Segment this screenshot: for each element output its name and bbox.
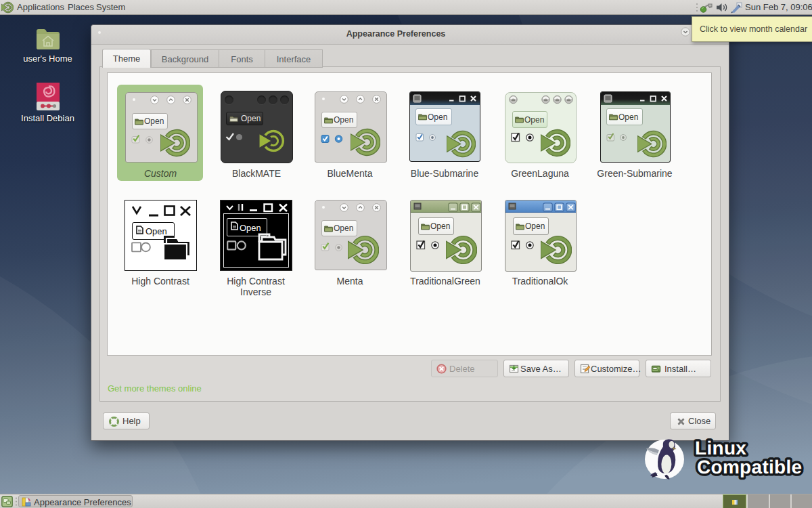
svg-text:Compatible: Compatible <box>697 457 802 478</box>
svg-text:Linux: Linux <box>695 438 746 459</box>
